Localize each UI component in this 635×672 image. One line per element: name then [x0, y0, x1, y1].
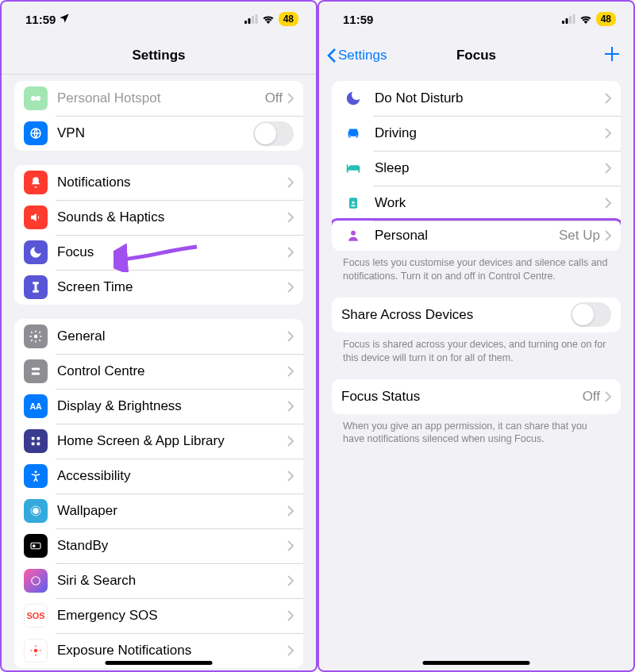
row-display[interactable]: AA Display & Brightness: [14, 389, 303, 424]
accessibility-icon: [24, 464, 48, 488]
svg-rect-2: [252, 16, 254, 24]
status-time: 11:59: [25, 13, 56, 26]
row-notifications[interactable]: Notifications: [14, 165, 303, 200]
nav-bar: Settings Focus: [319, 36, 633, 75]
svg-rect-1: [248, 18, 250, 24]
svg-text:AA: AA: [29, 401, 42, 411]
sounds-icon: [24, 205, 48, 229]
control-centre-icon: [24, 359, 48, 383]
row-label: Siri & Search: [57, 573, 287, 589]
row-label: Do Not Disturb: [375, 90, 605, 106]
row-personal[interactable]: Personal Set Up: [332, 218, 621, 251]
row-driving[interactable]: Driving: [332, 116, 621, 151]
row-label: Sleep: [375, 160, 605, 176]
chevron-right-icon: [287, 470, 294, 482]
share-group: Share Across Devices: [332, 298, 621, 332]
chevron-right-icon: [287, 575, 294, 586]
row-label: Display & Brightness: [57, 398, 287, 414]
row-general[interactable]: General: [14, 319, 303, 354]
chevron-right-icon: [287, 282, 294, 293]
home-screen-icon: [24, 429, 48, 453]
row-label: VPN: [57, 125, 253, 141]
svg-rect-9: [32, 373, 40, 375]
wifi-icon: [262, 13, 275, 26]
row-siri[interactable]: Siri & Search: [14, 563, 303, 598]
row-label: Share Across Devices: [341, 307, 571, 323]
row-screen-time[interactable]: Screen Time: [14, 270, 303, 305]
person-icon: [341, 228, 365, 244]
svg-rect-18: [31, 543, 40, 549]
row-emergency-sos[interactable]: SOS Emergency SOS: [14, 598, 303, 633]
exposure-icon: [24, 639, 48, 662]
chevron-right-icon: [287, 645, 294, 656]
row-label: StandBy: [57, 538, 287, 554]
back-label: Settings: [338, 48, 387, 63]
row-label: Focus: [57, 244, 287, 260]
svg-rect-13: [32, 443, 35, 446]
chevron-right-icon: [287, 93, 294, 104]
svg-point-20: [32, 577, 40, 586]
row-personal-hotspot[interactable]: Personal Hotspot Off: [14, 81, 303, 116]
row-wallpaper[interactable]: Wallpaper: [14, 493, 303, 528]
svg-point-33: [352, 202, 354, 204]
vpn-toggle[interactable]: [253, 121, 294, 146]
share-toggle[interactable]: [571, 302, 611, 327]
home-indicator[interactable]: [423, 661, 530, 665]
row-sleep[interactable]: Sleep: [332, 151, 621, 186]
focus-screen: 11:59 48 Settings Focus Do Not Disturb: [318, 0, 635, 672]
row-control-centre[interactable]: Control Centre: [14, 354, 303, 389]
row-vpn[interactable]: VPN: [14, 116, 303, 151]
row-label: Driving: [375, 125, 605, 141]
standby-icon: [24, 534, 48, 558]
row-label: Personal: [375, 228, 559, 244]
row-focus-status[interactable]: Focus Status Off: [332, 379, 621, 414]
row-home-screen[interactable]: Home Screen & App Library: [14, 424, 303, 459]
nav-bar: Settings: [2, 36, 316, 75]
focus-list[interactable]: Do Not Disturb Driving Sleep Work Person: [319, 75, 633, 670]
row-focus[interactable]: Focus: [14, 235, 303, 270]
chevron-right-icon: [605, 198, 611, 209]
svg-point-21: [34, 649, 38, 653]
row-standby[interactable]: StandBy: [14, 528, 303, 563]
page-title: Focus: [456, 48, 496, 63]
settings-list[interactable]: Personal Hotspot Off VPN Notifications S…: [2, 75, 316, 670]
svg-point-19: [33, 544, 36, 547]
screen-time-icon: [24, 275, 48, 299]
row-label: Accessibility: [57, 468, 287, 484]
row-label: Wallpaper: [57, 503, 287, 519]
home-indicator[interactable]: [106, 661, 213, 665]
row-sounds[interactable]: Sounds & Haptics: [14, 200, 303, 235]
modes-footer: Focus lets you customise your devices an…: [332, 251, 621, 283]
row-label: Sounds & Haptics: [57, 209, 287, 225]
focus-modes-group: Do Not Disturb Driving Sleep Work Person: [332, 81, 621, 251]
chevron-right-icon: [605, 93, 611, 104]
row-work[interactable]: Work: [332, 186, 621, 221]
row-label: Personal Hotspot: [57, 90, 265, 106]
svg-rect-3: [255, 14, 257, 24]
row-label: Notifications: [57, 175, 287, 190]
settings-screen: 11:59 48 Settings Personal Hotspot Off V…: [0, 0, 318, 672]
svg-rect-0: [244, 21, 247, 24]
wallpaper-icon: [24, 499, 48, 523]
back-button[interactable]: Settings: [327, 48, 387, 63]
svg-rect-28: [569, 16, 572, 24]
row-accessibility[interactable]: Accessibility: [14, 459, 303, 493]
location-icon: [59, 13, 70, 26]
chevron-right-icon: [287, 540, 294, 551]
svg-rect-12: [37, 437, 40, 440]
settings-group-notifications: Notifications Sounds & Haptics Focus Scr…: [14, 165, 303, 305]
add-focus-button[interactable]: [603, 43, 621, 68]
bed-icon: [341, 159, 365, 177]
chevron-right-icon: [287, 177, 294, 188]
chevron-right-icon: [287, 610, 294, 621]
general-icon: [24, 324, 48, 348]
status-time: 11:59: [343, 13, 373, 26]
row-share-across-devices[interactable]: Share Across Devices: [332, 298, 621, 332]
row-label: Exposure Notifications: [57, 643, 287, 659]
row-do-not-disturb[interactable]: Do Not Disturb: [332, 81, 621, 116]
wifi-icon: [579, 13, 592, 26]
chevron-right-icon: [287, 212, 294, 223]
svg-rect-29: [572, 14, 575, 24]
chevron-right-icon: [287, 401, 294, 412]
battery-indicator: 48: [596, 12, 616, 26]
